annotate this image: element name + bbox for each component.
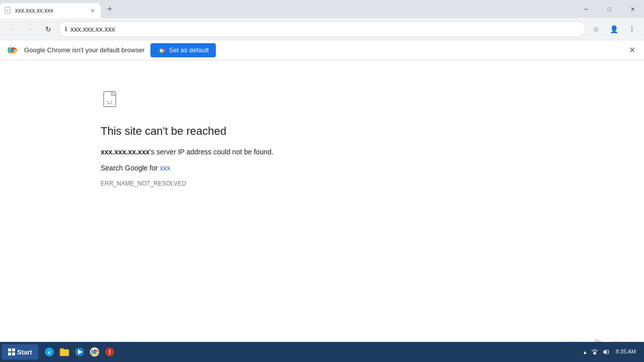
svg-marker-26 xyxy=(603,349,607,355)
ie-icon: e xyxy=(44,346,55,357)
close-button[interactable]: ✕ xyxy=(621,0,644,18)
chrome-taskbar-icon[interactable] xyxy=(88,345,102,359)
ie-taskbar-icon[interactable]: e xyxy=(42,345,56,359)
folder-icon xyxy=(59,346,70,357)
search-prefix: Search Google for xyxy=(101,164,160,172)
infobar: Google Chrome isn't your default browser… xyxy=(0,40,644,60)
search-suggestion: Search Google for xxx xyxy=(101,164,171,172)
svg-text:!: ! xyxy=(108,348,110,356)
error-code: ERR_NAME_NOT_RESOLVED xyxy=(101,180,186,187)
network-tray-icon xyxy=(591,348,599,356)
window-controls: ─ □ ✕ xyxy=(575,0,644,18)
bookmark-button[interactable]: ☆ xyxy=(588,21,604,37)
mediaplayer-icon xyxy=(74,346,85,357)
main-content: This site can't be reached xxx.xxx.xx.xx… xyxy=(0,60,644,362)
toolbar-actions: ☆ 👤 ⋮ xyxy=(588,21,640,37)
windows-logo-icon xyxy=(8,348,15,355)
clock: 8:35 AM xyxy=(612,348,640,355)
menu-button[interactable]: ⋮ xyxy=(624,21,640,37)
infobar-message: Google Chrome isn't your default browser xyxy=(24,46,144,54)
taskbar-right: ▲ 8:35 AM xyxy=(583,348,642,356)
address-text: xxx.xxx.xx.xxx xyxy=(70,25,579,33)
svg-point-10 xyxy=(107,101,109,103)
title-bar: xxx.xxx.xx.xxx ✕ + ─ □ ✕ xyxy=(0,0,644,18)
new-tab-button[interactable]: + xyxy=(103,2,117,16)
svg-rect-15 xyxy=(8,352,11,355)
tray-expand-icon[interactable]: ▲ xyxy=(583,349,588,355)
error-description: xxx.xxx.xx.xxx's server IP address could… xyxy=(101,148,273,156)
security-taskbar-icon[interactable]: ! xyxy=(103,345,117,359)
chrome-taskbar-icon-svg xyxy=(89,346,100,357)
start-button[interactable]: Start xyxy=(2,344,38,359)
taskbar: Start e xyxy=(0,342,644,362)
mediaplayer-taskbar-icon[interactable] xyxy=(72,345,87,359)
infobar-dismiss-button[interactable]: ✕ xyxy=(626,44,638,56)
reload-button[interactable]: ↻ xyxy=(40,21,56,37)
set-default-icon xyxy=(157,46,166,54)
svg-rect-13 xyxy=(8,348,11,351)
lock-icon: ℹ xyxy=(65,26,67,33)
error-desc-text: 's server IP address could not be found. xyxy=(149,148,273,156)
error-icon xyxy=(101,90,123,113)
forward-button[interactable]: → xyxy=(22,21,38,37)
error-title: This site can't be reached xyxy=(101,125,226,138)
system-tray: ▲ xyxy=(583,348,610,356)
taskbar-icons: e xyxy=(42,345,117,359)
folder-taskbar-icon[interactable] xyxy=(57,345,71,359)
back-button[interactable]: ← xyxy=(4,21,20,37)
error-domain: xxx.xxx.xx.xxx xyxy=(101,148,149,156)
tab-title: xxx.xxx.xx.xxx xyxy=(15,7,86,14)
set-default-button[interactable]: Set as default xyxy=(150,43,216,57)
sound-tray-icon xyxy=(602,348,610,356)
search-link[interactable]: xxx xyxy=(160,164,171,172)
svg-text:e: e xyxy=(48,349,50,355)
tab-strip: xxx.xxx.xx.xxx ✕ + xyxy=(0,0,575,18)
active-tab[interactable]: xxx.xxx.xx.xxx ✕ xyxy=(0,3,101,18)
profile-button[interactable]: 👤 xyxy=(606,21,622,37)
svg-rect-16 xyxy=(12,352,15,355)
svg-rect-25 xyxy=(593,352,596,354)
maximize-button[interactable]: □ xyxy=(598,0,621,18)
address-bar[interactable]: ℹ xxx.xxx.xx.xxx xyxy=(58,21,586,37)
svg-point-11 xyxy=(111,101,113,103)
tab-favicon xyxy=(4,7,12,15)
chrome-logo-icon xyxy=(6,44,18,56)
svg-rect-14 xyxy=(12,348,15,351)
error-container: This site can't be reached xxx.xxx.xx.xx… xyxy=(101,90,273,187)
security-icon: ! xyxy=(104,346,115,357)
toolbar: ← → ↻ ℹ xxx.xxx.xx.xxx ☆ 👤 ⋮ xyxy=(0,18,644,40)
tab-close-button[interactable]: ✕ xyxy=(89,7,97,15)
minimize-button[interactable]: ─ xyxy=(575,0,598,18)
chrome-window: xxx.xxx.xx.xxx ✕ + ─ □ ✕ ← → ↻ xyxy=(0,0,644,362)
